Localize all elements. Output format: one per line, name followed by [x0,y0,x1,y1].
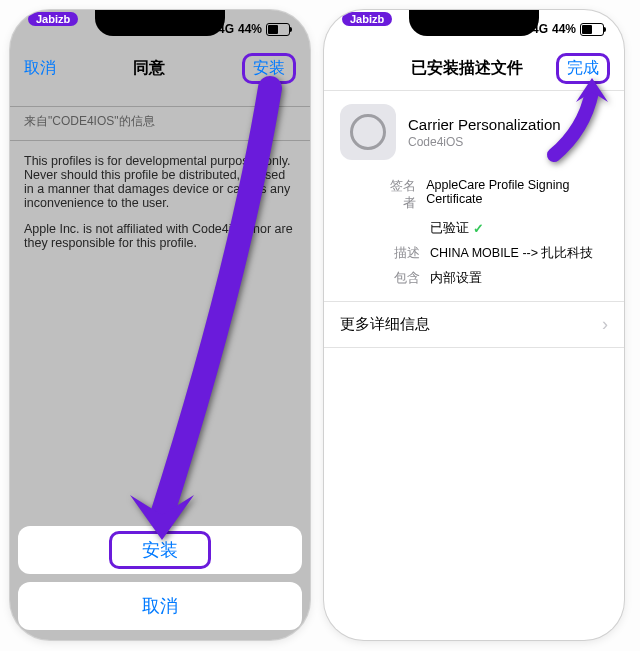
phone-right: Jabizb 4G 44% 已安装描述文件 完成 Carrier Persona… [324,10,624,640]
profile-icon [340,104,396,160]
consent-paragraph-1: This profiles is for developmental purpo… [24,154,296,210]
watermark-badge: Jabizb [28,12,78,26]
battery-icon [580,23,604,36]
nav-title: 已安装描述文件 [378,58,556,79]
source-label: 来自"CODE4IOS"的信息 [24,113,296,130]
profile-name: Carrier Personalization [408,116,561,133]
install-button[interactable]: 安装 [242,53,296,84]
nav-bar: 已安装描述文件 完成 [324,46,624,91]
notch [409,10,539,36]
profile-row: Carrier Personalization Code4iOS [324,90,624,174]
signer-row: 签名者 AppleCare Profile Signing Certificat… [324,174,624,216]
battery-icon [266,23,290,36]
watermark-badge: Jabizb [342,12,392,26]
signer-label: 签名者 [384,178,416,212]
action-sheet: 安装 取消 [18,518,302,630]
consent-paragraph-2: Apple Inc. is not affiliated with Code4i… [24,222,296,250]
sheet-install-label: 安装 [109,531,211,569]
sheet-cancel-label: 取消 [142,594,178,618]
profile-content: Carrier Personalization Code4iOS 签名者 App… [324,90,624,640]
contains-row: 包含 内部设置 [324,266,624,291]
gear-icon [350,114,386,150]
done-button[interactable]: 完成 [556,53,610,84]
profile-subtitle: Code4iOS [408,135,561,149]
notch [95,10,225,36]
sheet-install-button[interactable]: 安装 [18,526,302,574]
battery-label: 44% [552,22,576,36]
more-details-row[interactable]: 更多详细信息 › [324,301,624,348]
check-icon: ✓ [473,221,484,236]
battery-label: 44% [238,22,262,36]
signer-value: AppleCare Profile Signing Certificate [426,178,608,212]
contains-label: 包含 [384,270,420,287]
chevron-right-icon: › [602,314,608,335]
verified-label: 已验证 [430,220,469,237]
nav-bar: 取消 同意 安装 [10,46,310,90]
desc-row: 描述 CHINA MOBILE --> 扎比科技 [324,241,624,266]
verified-row: 已验证 ✓ [324,216,624,241]
phone-left: Jabizb 4G 44% 取消 同意 安装 来自"CODE4IOS"的信息 T… [10,10,310,640]
contains-value: 内部设置 [430,270,482,287]
more-label: 更多详细信息 [340,315,430,334]
desc-label: 描述 [384,245,420,262]
nav-title: 同意 [133,58,165,79]
desc-value: CHINA MOBILE --> 扎比科技 [430,245,593,262]
cancel-button[interactable]: 取消 [24,58,56,79]
sheet-cancel-button[interactable]: 取消 [18,582,302,630]
